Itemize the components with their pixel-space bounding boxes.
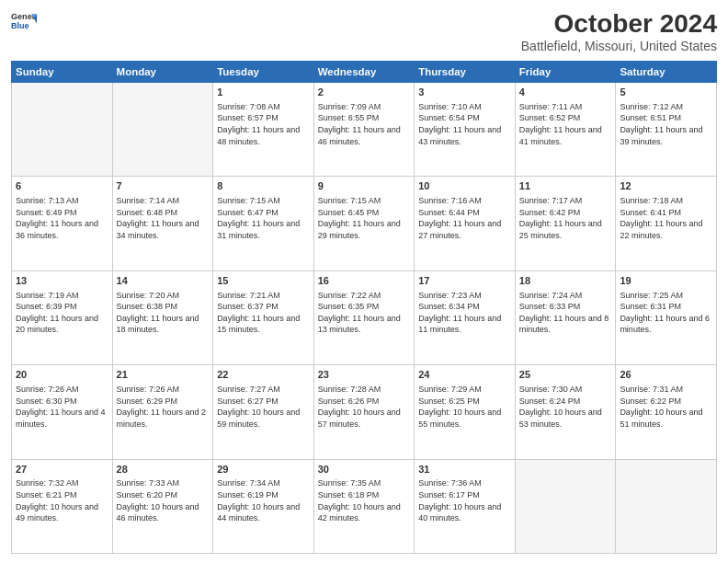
day-number: 2 bbox=[318, 86, 411, 99]
calendar-subtitle: Battlefield, Missouri, United States bbox=[521, 39, 717, 53]
calendar-title: October 2024 bbox=[521, 9, 717, 39]
day-number: 28 bbox=[117, 463, 210, 477]
day-cell: 12Sunrise: 7:18 AMSunset: 6:41 PMDayligh… bbox=[616, 177, 717, 270]
day-number: 1 bbox=[217, 86, 310, 99]
day-number: 19 bbox=[620, 274, 712, 288]
day-number: 10 bbox=[418, 179, 511, 193]
day-info: Sunrise: 7:26 AMSunset: 6:29 PMDaylight:… bbox=[117, 384, 210, 430]
day-info: Sunrise: 7:18 AMSunset: 6:41 PMDaylight:… bbox=[620, 195, 712, 241]
day-info: Sunrise: 7:21 AMSunset: 6:37 PMDaylight:… bbox=[217, 290, 310, 336]
day-cell: 11Sunrise: 7:17 AMSunset: 6:42 PMDayligh… bbox=[515, 177, 616, 270]
day-cell: 3Sunrise: 7:10 AMSunset: 6:54 PMDaylight… bbox=[415, 83, 516, 177]
day-cell: 6Sunrise: 7:13 AMSunset: 6:49 PMDaylight… bbox=[12, 177, 113, 270]
day-cell: 17Sunrise: 7:23 AMSunset: 6:34 PMDayligh… bbox=[415, 270, 516, 364]
day-number: 7 bbox=[117, 179, 210, 193]
day-info: Sunrise: 7:22 AMSunset: 6:35 PMDaylight:… bbox=[318, 290, 411, 336]
col-header-monday: Monday bbox=[112, 62, 213, 83]
day-info: Sunrise: 7:27 AMSunset: 6:27 PMDaylight:… bbox=[217, 384, 310, 430]
header: General Blue October 2024 Battlefield, M… bbox=[11, 9, 717, 53]
week-row-3: 13Sunrise: 7:19 AMSunset: 6:39 PMDayligh… bbox=[12, 270, 717, 364]
col-header-wednesday: Wednesday bbox=[313, 62, 415, 83]
title-block: October 2024 Battlefield, Missouri, Unit… bbox=[521, 9, 717, 53]
day-info: Sunrise: 7:23 AMSunset: 6:34 PMDaylight:… bbox=[418, 290, 511, 336]
day-info: Sunrise: 7:15 AMSunset: 6:45 PMDaylight:… bbox=[318, 195, 411, 241]
page: General Blue October 2024 Battlefield, M… bbox=[0, 0, 728, 563]
day-number: 25 bbox=[519, 368, 612, 382]
day-info: Sunrise: 7:28 AMSunset: 6:26 PMDaylight:… bbox=[318, 384, 411, 430]
day-cell: 26Sunrise: 7:31 AMSunset: 6:22 PMDayligh… bbox=[616, 365, 717, 459]
day-info: Sunrise: 7:36 AMSunset: 6:17 PMDaylight:… bbox=[418, 477, 511, 523]
day-info: Sunrise: 7:17 AMSunset: 6:42 PMDaylight:… bbox=[519, 195, 612, 241]
day-info: Sunrise: 7:19 AMSunset: 6:39 PMDaylight:… bbox=[16, 290, 108, 336]
logo: General Blue bbox=[11, 9, 37, 35]
day-info: Sunrise: 7:15 AMSunset: 6:47 PMDaylight:… bbox=[217, 195, 310, 241]
svg-text:Blue: Blue bbox=[11, 21, 29, 30]
col-header-friday: Friday bbox=[515, 62, 616, 83]
day-info: Sunrise: 7:10 AMSunset: 6:54 PMDaylight:… bbox=[418, 101, 511, 147]
day-info: Sunrise: 7:30 AMSunset: 6:24 PMDaylight:… bbox=[519, 384, 612, 430]
day-number: 30 bbox=[318, 463, 411, 477]
day-number: 3 bbox=[418, 86, 511, 99]
day-number: 31 bbox=[418, 463, 511, 477]
day-info: Sunrise: 7:35 AMSunset: 6:18 PMDaylight:… bbox=[318, 477, 411, 523]
svg-text:General: General bbox=[11, 12, 37, 21]
day-number: 20 bbox=[16, 368, 108, 382]
day-number: 14 bbox=[117, 274, 210, 288]
week-row-4: 20Sunrise: 7:26 AMSunset: 6:30 PMDayligh… bbox=[12, 365, 717, 459]
day-info: Sunrise: 7:16 AMSunset: 6:44 PMDaylight:… bbox=[418, 195, 511, 241]
day-info: Sunrise: 7:31 AMSunset: 6:22 PMDaylight:… bbox=[620, 384, 712, 430]
day-cell: 30Sunrise: 7:35 AMSunset: 6:18 PMDayligh… bbox=[313, 459, 415, 553]
day-number: 6 bbox=[16, 179, 108, 193]
day-number: 21 bbox=[117, 368, 210, 382]
day-cell bbox=[616, 459, 717, 553]
day-info: Sunrise: 7:14 AMSunset: 6:48 PMDaylight:… bbox=[117, 195, 210, 241]
day-cell: 7Sunrise: 7:14 AMSunset: 6:48 PMDaylight… bbox=[112, 177, 213, 270]
day-number: 13 bbox=[16, 274, 108, 288]
day-number: 8 bbox=[217, 179, 310, 193]
day-cell bbox=[112, 83, 213, 177]
day-info: Sunrise: 7:32 AMSunset: 6:21 PMDaylight:… bbox=[16, 477, 108, 523]
day-cell: 31Sunrise: 7:36 AMSunset: 6:17 PMDayligh… bbox=[415, 459, 516, 553]
day-cell: 9Sunrise: 7:15 AMSunset: 6:45 PMDaylight… bbox=[313, 177, 415, 270]
day-number: 15 bbox=[217, 274, 310, 288]
day-number: 22 bbox=[217, 368, 310, 382]
day-info: Sunrise: 7:20 AMSunset: 6:38 PMDaylight:… bbox=[117, 290, 210, 336]
day-info: Sunrise: 7:13 AMSunset: 6:49 PMDaylight:… bbox=[16, 195, 108, 241]
day-info: Sunrise: 7:34 AMSunset: 6:19 PMDaylight:… bbox=[217, 477, 310, 523]
day-number: 12 bbox=[620, 179, 712, 193]
day-cell: 13Sunrise: 7:19 AMSunset: 6:39 PMDayligh… bbox=[12, 270, 113, 364]
day-number: 18 bbox=[519, 274, 612, 288]
day-cell: 22Sunrise: 7:27 AMSunset: 6:27 PMDayligh… bbox=[213, 365, 314, 459]
day-cell bbox=[515, 459, 616, 553]
day-cell: 18Sunrise: 7:24 AMSunset: 6:33 PMDayligh… bbox=[515, 270, 616, 364]
day-cell: 24Sunrise: 7:29 AMSunset: 6:25 PMDayligh… bbox=[415, 365, 516, 459]
col-header-thursday: Thursday bbox=[415, 62, 516, 83]
day-cell: 2Sunrise: 7:09 AMSunset: 6:55 PMDaylight… bbox=[313, 83, 415, 177]
day-number: 29 bbox=[217, 463, 310, 477]
week-row-1: 1Sunrise: 7:08 AMSunset: 6:57 PMDaylight… bbox=[12, 83, 717, 177]
day-cell: 20Sunrise: 7:26 AMSunset: 6:30 PMDayligh… bbox=[12, 365, 113, 459]
day-number: 5 bbox=[620, 86, 712, 99]
calendar-table: SundayMondayTuesdayWednesdayThursdayFrid… bbox=[11, 61, 717, 554]
day-number: 9 bbox=[318, 179, 411, 193]
week-row-2: 6Sunrise: 7:13 AMSunset: 6:49 PMDaylight… bbox=[12, 177, 717, 270]
day-info: Sunrise: 7:12 AMSunset: 6:51 PMDaylight:… bbox=[620, 101, 712, 147]
day-cell: 28Sunrise: 7:33 AMSunset: 6:20 PMDayligh… bbox=[112, 459, 213, 553]
day-cell: 8Sunrise: 7:15 AMSunset: 6:47 PMDaylight… bbox=[213, 177, 314, 270]
day-number: 26 bbox=[620, 368, 712, 382]
day-number: 17 bbox=[418, 274, 511, 288]
day-number: 23 bbox=[318, 368, 411, 382]
week-row-5: 27Sunrise: 7:32 AMSunset: 6:21 PMDayligh… bbox=[12, 459, 717, 553]
day-cell: 23Sunrise: 7:28 AMSunset: 6:26 PMDayligh… bbox=[313, 365, 415, 459]
day-cell: 15Sunrise: 7:21 AMSunset: 6:37 PMDayligh… bbox=[213, 270, 314, 364]
day-cell: 5Sunrise: 7:12 AMSunset: 6:51 PMDaylight… bbox=[616, 83, 717, 177]
day-cell: 27Sunrise: 7:32 AMSunset: 6:21 PMDayligh… bbox=[12, 459, 113, 553]
day-cell: 10Sunrise: 7:16 AMSunset: 6:44 PMDayligh… bbox=[415, 177, 516, 270]
day-cell: 16Sunrise: 7:22 AMSunset: 6:35 PMDayligh… bbox=[313, 270, 415, 364]
day-number: 27 bbox=[16, 463, 108, 477]
day-info: Sunrise: 7:09 AMSunset: 6:55 PMDaylight:… bbox=[318, 101, 411, 147]
day-number: 11 bbox=[519, 179, 612, 193]
day-info: Sunrise: 7:29 AMSunset: 6:25 PMDaylight:… bbox=[418, 384, 511, 430]
day-info: Sunrise: 7:11 AMSunset: 6:52 PMDaylight:… bbox=[519, 101, 612, 147]
day-number: 4 bbox=[519, 86, 612, 99]
